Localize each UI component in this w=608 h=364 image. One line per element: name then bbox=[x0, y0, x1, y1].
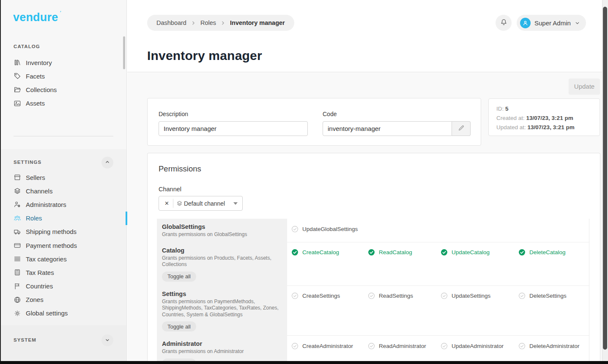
settings-collapse-button[interactable] bbox=[101, 157, 113, 168]
breadcrumb-item-dashboard[interactable]: Dashboard bbox=[156, 19, 186, 26]
permission-group-description: Grants permissions on GlobalSettings bbox=[162, 231, 281, 238]
permission-checkbox-createsettings[interactable]: CreateSettings bbox=[291, 292, 368, 300]
sidebar-item-roles[interactable]: Roles bbox=[0, 212, 127, 225]
permission-checkbox-deleteadministrator[interactable]: DeleteAdministrator bbox=[518, 342, 589, 350]
permission-label: CreateCatalog bbox=[302, 249, 339, 255]
active-nav-indicator bbox=[126, 212, 127, 225]
app-window: vendure’ CATALOG InventoryFacetsCollecti… bbox=[0, 0, 608, 364]
sidebar-item-tax-categories[interactable]: Tax categories bbox=[0, 252, 127, 266]
entity-meta-card: ID: 5 Created at: 13/07/23, 3:21 pm Upda… bbox=[488, 98, 600, 136]
permission-row-info: SettingsGrants permissions on PaymentMet… bbox=[157, 286, 287, 336]
sidebar-item-shipping-methods[interactable]: Shipping methods bbox=[0, 225, 127, 239]
permission-label: DeleteAdministrator bbox=[529, 343, 580, 349]
permission-checkbox-readcatalog[interactable]: ReadCatalog bbox=[368, 248, 441, 257]
sidebar-item-sellers[interactable]: Sellers bbox=[0, 171, 127, 184]
sidebar-item-label: Administrators bbox=[26, 201, 66, 208]
permission-group-name: Settings bbox=[162, 290, 281, 298]
sidebar-item-facets[interactable]: Facets bbox=[0, 69, 127, 83]
code-input[interactable] bbox=[323, 121, 452, 136]
meta-id-row: ID: 5 bbox=[496, 104, 592, 114]
permission-row-info: GlobalSettingsGrants permissions on Glob… bbox=[157, 219, 287, 242]
global-settings-icon bbox=[14, 310, 21, 317]
sidebar-item-payment-methods[interactable]: Payment methods bbox=[0, 239, 127, 252]
unchecked-circle-icon bbox=[291, 342, 299, 350]
pencil-icon bbox=[458, 125, 465, 133]
sidebar-item-assets[interactable]: Assets bbox=[0, 97, 127, 110]
permission-checkbox-createcatalog[interactable]: CreateCatalog bbox=[291, 248, 368, 257]
edit-code-button[interactable] bbox=[452, 121, 471, 136]
chevron-up-icon bbox=[105, 160, 110, 166]
permission-group-description: Grants permissions on PaymentMethods, Sh… bbox=[162, 299, 281, 318]
sidebar-scrollbar-thumb[interactable] bbox=[123, 36, 125, 69]
permission-checkbox-readsettings[interactable]: ReadSettings bbox=[368, 292, 441, 300]
sidebar-item-global-settings[interactable]: Global settings bbox=[0, 307, 127, 320]
permission-checkbox-readadministrator[interactable]: ReadAdministrator bbox=[368, 342, 441, 350]
breadcrumb: DashboardRolesInventory manager bbox=[147, 15, 294, 31]
roles-icon bbox=[14, 215, 21, 222]
settings-nav-items: SellersChannelsAdministratorsRolesShippi… bbox=[0, 171, 127, 320]
permission-checkbox-createadministrator[interactable]: CreateAdministrator bbox=[291, 342, 368, 350]
administrators-icon bbox=[14, 201, 21, 208]
permission-checkbox-updatesettings[interactable]: UpdateSettings bbox=[441, 292, 518, 300]
sidebar-item-collections[interactable]: Collections bbox=[0, 83, 127, 96]
facets-icon bbox=[14, 72, 21, 80]
description-input[interactable] bbox=[159, 121, 308, 136]
meta-updated-row: Updated at: 13/07/23, 3:21 pm bbox=[496, 123, 592, 132]
permission-group-name: GlobalSettings bbox=[162, 223, 281, 231]
update-button[interactable]: Update bbox=[569, 79, 600, 94]
permission-checkbox-deletesettings[interactable]: DeleteSettings bbox=[518, 292, 589, 300]
sidebar-item-label: Tax categories bbox=[26, 255, 67, 263]
sidebar-item-countries[interactable]: Countries bbox=[0, 280, 127, 293]
sidebar-item-label: Zones bbox=[26, 296, 44, 303]
permission-label: DeleteSettings bbox=[529, 293, 567, 299]
permission-label: UpdateGlobalSettings bbox=[302, 226, 358, 232]
page-title: Inventory manager bbox=[147, 49, 262, 63]
toggle-all-button[interactable]: Toggle all bbox=[162, 321, 196, 331]
inventory-icon bbox=[14, 59, 21, 66]
permission-checkboxes: CreateSettingsReadSettingsUpdateSettings… bbox=[287, 286, 589, 336]
permission-label: UpdateSettings bbox=[452, 293, 490, 299]
channel-select[interactable]: ✕ Default channel bbox=[159, 196, 243, 211]
toggle-all-button[interactable]: Toggle all bbox=[162, 272, 196, 282]
sidebar-item-channels[interactable]: Channels bbox=[0, 184, 127, 198]
sidebar-item-label: Facets bbox=[26, 73, 45, 80]
assets-icon bbox=[14, 100, 21, 107]
breadcrumb-item-roles[interactable]: Roles bbox=[200, 19, 216, 26]
page-scrollbar-track[interactable] bbox=[602, 0, 608, 361]
meta-created-row: Created at: 13/07/23, 3:21 pm bbox=[496, 114, 592, 123]
sidebar-item-tax-rates[interactable]: Tax Rates bbox=[0, 266, 127, 279]
sidebar-item-administrators[interactable]: Administrators bbox=[0, 198, 127, 211]
sidebar-item-label: Channels bbox=[26, 187, 52, 195]
permission-group-description: Grants permissions on Products, Facets, … bbox=[162, 255, 281, 268]
permission-checkboxes: CreateCatalogReadCatalogUpdateCatalogDel… bbox=[287, 242, 589, 286]
unchecked-circle-icon bbox=[441, 342, 448, 350]
description-label: Description bbox=[159, 111, 188, 117]
section-heading-settings: SETTINGS bbox=[14, 160, 41, 165]
vendure-logo[interactable]: vendure’ bbox=[13, 11, 58, 24]
user-menu[interactable]: Super Admin bbox=[517, 15, 586, 31]
permission-label: ReadSettings bbox=[379, 293, 413, 299]
sidebar-item-zones[interactable]: Zones bbox=[0, 293, 127, 307]
permission-row-catalog: CatalogGrants permissions on Products, F… bbox=[157, 242, 589, 286]
permission-row-info: AdministratorGrants permissions on Admin… bbox=[157, 336, 287, 364]
section-heading-catalog: CATALOG bbox=[14, 44, 40, 49]
permission-group-name: Catalog bbox=[162, 247, 281, 254]
permission-checkbox-deletecatalog[interactable]: DeleteCatalog bbox=[518, 248, 589, 257]
notifications-button[interactable] bbox=[496, 15, 512, 31]
window-left-edge bbox=[0, 0, 1, 364]
window-bottom-bar bbox=[0, 361, 608, 364]
logo-mark-icon: ’ bbox=[59, 10, 62, 15]
permission-checkbox-updatecatalog[interactable]: UpdateCatalog bbox=[441, 248, 518, 257]
permission-checkbox-updateadministrator[interactable]: UpdateAdministrator bbox=[441, 342, 518, 350]
sidebar-item-inventory[interactable]: Inventory bbox=[0, 56, 127, 69]
system-collapse-button[interactable] bbox=[101, 334, 113, 346]
permission-checkbox-updateglobalsettings[interactable]: UpdateGlobalSettings bbox=[291, 225, 368, 233]
section-heading-system-row: SYSTEM bbox=[0, 334, 127, 347]
unchecked-circle-icon bbox=[368, 292, 375, 299]
detail-form-card: Description Code bbox=[147, 98, 481, 146]
permission-label: ReadCatalog bbox=[379, 249, 412, 255]
sidebar-item-label: Inventory bbox=[26, 59, 52, 66]
clear-channel-button[interactable]: ✕ bbox=[159, 200, 173, 206]
page-scrollbar-thumb[interactable] bbox=[603, 7, 607, 350]
permission-row-info: CatalogGrants permissions on Products, F… bbox=[157, 242, 287, 286]
